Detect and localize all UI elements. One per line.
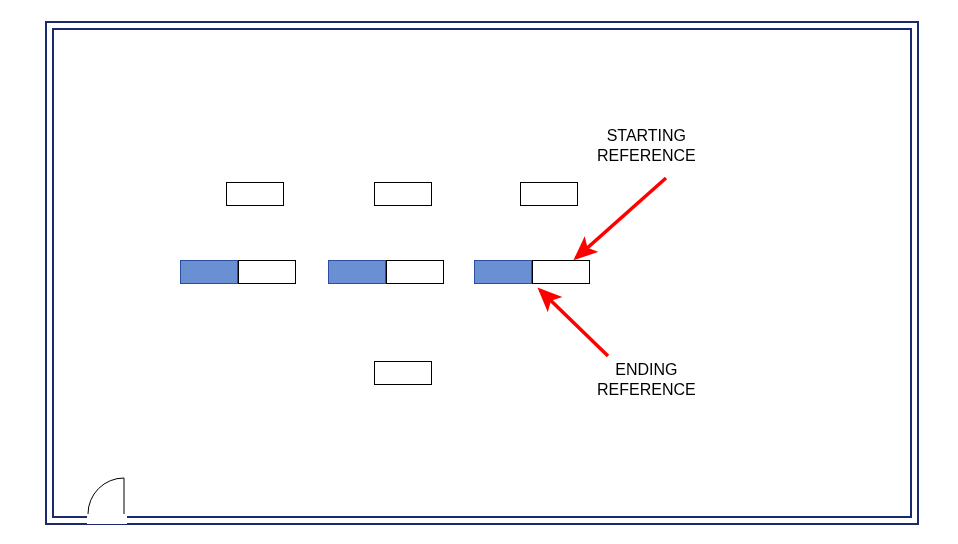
desk-row2-1-selected [180,260,238,284]
desk-row2-1-right [238,260,296,284]
desk-row2-3-right [532,260,590,284]
desk-row1-2 [374,182,432,206]
desk-row2-2-right [386,260,444,284]
desk-row1-1 [226,182,284,206]
door-opening [87,512,127,524]
desk-row3-1 [374,361,432,385]
ending-reference-label: ENDING REFERENCE [597,360,696,400]
desk-row2-3-selected [474,260,532,284]
diagram-stage: STARTING REFERENCE ENDING REFERENCE [0,0,958,544]
desk-row2-2-selected [328,260,386,284]
starting-reference-label: STARTING REFERENCE [597,126,696,166]
desk-row1-3 [520,182,578,206]
